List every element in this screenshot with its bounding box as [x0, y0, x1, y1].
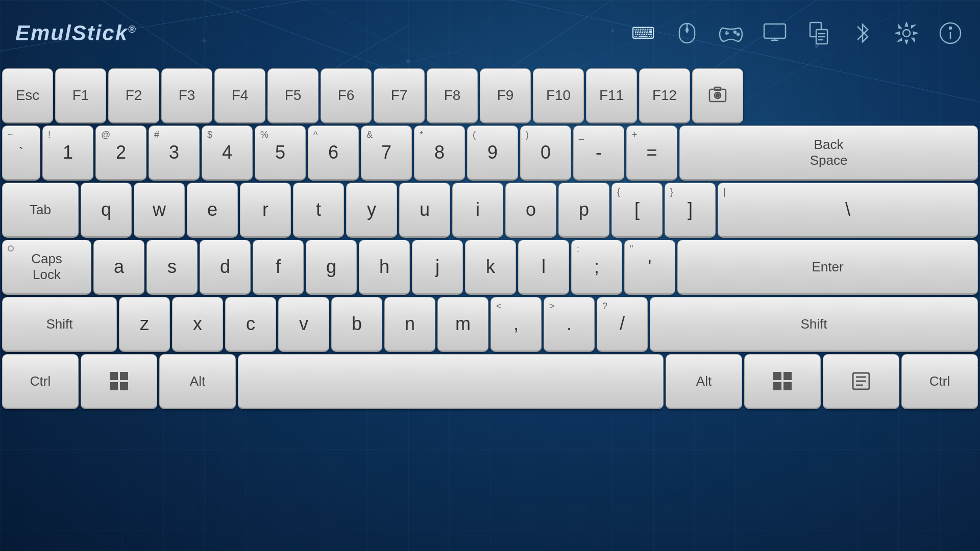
gamepad-nav-icon[interactable] — [717, 19, 745, 47]
key-lbracket[interactable]: { [ — [611, 183, 663, 238]
key-esc[interactable]: Esc — [2, 68, 53, 123]
key-l[interactable]: l — [518, 240, 569, 295]
key-j[interactable]: j — [412, 240, 463, 295]
key-f8[interactable]: F8 — [427, 68, 478, 123]
key-v[interactable]: v — [278, 297, 329, 352]
key-period[interactable]: > . — [544, 297, 595, 352]
keyboard-nav-icon[interactable]: ⌨ — [629, 19, 657, 47]
key-u[interactable]: u — [399, 183, 450, 238]
key-g[interactable]: g — [306, 240, 357, 295]
key-f12[interactable]: F12 — [639, 68, 690, 123]
svg-point-24 — [737, 33, 739, 35]
zxcv-row: Shift z x c v b n m < , > . ? / Shift — [2, 297, 978, 352]
key-quote[interactable]: " ' — [624, 240, 675, 295]
svg-point-36 — [949, 27, 951, 29]
key-h[interactable]: h — [359, 240, 410, 295]
key-win-right[interactable] — [744, 354, 821, 409]
key-m[interactable]: m — [437, 297, 488, 352]
nav-bar: ⌨ — [629, 19, 965, 47]
key-2[interactable]: @ 2 — [95, 126, 146, 181]
key-3[interactable]: # 3 — [149, 126, 200, 181]
bluetooth-nav-icon[interactable] — [848, 19, 877, 47]
key-a[interactable]: a — [93, 240, 144, 295]
key-minus[interactable]: _ - — [573, 126, 624, 181]
key-t[interactable]: t — [293, 183, 344, 238]
key-n[interactable]: n — [384, 297, 435, 352]
key-d[interactable]: d — [200, 240, 251, 295]
key-q[interactable]: q — [81, 183, 132, 238]
settings-nav-icon[interactable] — [892, 19, 921, 47]
key-semicolon[interactable]: : ; — [571, 240, 622, 295]
key-capslock[interactable]: CapsLock — [2, 240, 91, 295]
key-prtsc[interactable] — [692, 68, 743, 123]
key-backtick[interactable]: ~ ` — [2, 126, 40, 181]
key-rbracket[interactable]: } ] — [665, 183, 716, 238]
key-b[interactable]: b — [331, 297, 382, 352]
svg-rect-25 — [764, 24, 786, 38]
key-backspace[interactable]: BackSpace — [679, 126, 978, 181]
key-f5[interactable]: F5 — [267, 68, 318, 123]
key-y[interactable]: y — [346, 183, 397, 238]
key-f11[interactable]: F11 — [586, 68, 637, 123]
key-7[interactable]: & 7 — [361, 126, 412, 181]
key-w[interactable]: w — [134, 183, 185, 238]
key-o[interactable]: o — [505, 183, 556, 238]
svg-point-23 — [734, 31, 736, 33]
key-1[interactable]: ! 1 — [42, 126, 93, 181]
key-c[interactable]: c — [225, 297, 276, 352]
key-slash[interactable]: ? / — [597, 297, 648, 352]
key-0[interactable]: ) 0 — [520, 126, 571, 181]
key-6[interactable]: ^ 6 — [308, 126, 359, 181]
key-p[interactable]: p — [558, 183, 609, 238]
key-f4[interactable]: F4 — [214, 68, 265, 123]
key-menu[interactable] — [823, 354, 899, 409]
mouse-nav-icon[interactable] — [673, 19, 701, 47]
svg-rect-48 — [783, 382, 792, 390]
key-shift-left[interactable]: Shift — [2, 297, 117, 352]
svg-point-33 — [903, 30, 910, 37]
key-f2[interactable]: F2 — [108, 68, 159, 123]
key-r[interactable]: r — [240, 183, 291, 238]
key-x[interactable]: x — [172, 297, 223, 352]
key-equals[interactable]: + = — [626, 126, 677, 181]
key-ctrl-right[interactable]: Ctrl — [901, 354, 978, 409]
key-8[interactable]: * 8 — [414, 126, 465, 181]
key-win-left[interactable] — [81, 354, 157, 409]
app-logo: EmulStick® — [15, 21, 137, 45]
key-f10[interactable]: F10 — [533, 68, 584, 123]
key-4[interactable]: $ 4 — [202, 126, 253, 181]
key-f9[interactable]: F9 — [480, 68, 531, 123]
file-nav-icon[interactable] — [804, 19, 833, 47]
key-alt-right[interactable]: Alt — [666, 354, 742, 409]
key-9[interactable]: ( 9 — [467, 126, 518, 181]
key-k[interactable]: k — [465, 240, 516, 295]
info-nav-icon[interactable] — [936, 19, 965, 47]
asdf-row: CapsLock a s d f g h j k l : ; " ' Enter — [2, 240, 978, 295]
number-row: ~ ` ! 1 @ 2 # 3 $ 4 % 5 ^ 6 & 7 — [2, 126, 978, 181]
key-f7[interactable]: F7 — [374, 68, 425, 123]
svg-rect-47 — [773, 382, 781, 390]
svg-point-40 — [716, 94, 719, 97]
key-f1[interactable]: F1 — [55, 68, 106, 123]
key-comma[interactable]: < , — [491, 297, 542, 352]
key-ctrl-left[interactable]: Ctrl — [2, 354, 79, 409]
key-f3[interactable]: F3 — [161, 68, 212, 123]
svg-rect-46 — [783, 372, 792, 380]
key-enter[interactable]: Enter — [677, 240, 978, 295]
monitor-nav-icon[interactable] — [761, 19, 789, 47]
key-i[interactable]: i — [452, 183, 503, 238]
fn-row: Esc F1 F2 F3 F4 F5 F6 F7 F8 F9 F10 F11 F… — [2, 68, 978, 123]
key-5[interactable]: % 5 — [255, 126, 306, 181]
key-s[interactable]: s — [146, 240, 198, 295]
keyboard: Esc F1 F2 F3 F4 F5 F6 F7 F8 F9 F10 F11 F… — [0, 68, 980, 409]
key-tab[interactable]: Tab — [2, 183, 79, 238]
key-e[interactable]: e — [187, 183, 238, 238]
key-backslash[interactable]: | \ — [718, 183, 978, 238]
key-f6[interactable]: F6 — [321, 68, 372, 123]
key-z[interactable]: z — [119, 297, 170, 352]
key-f[interactable]: f — [253, 240, 304, 295]
key-alt-left[interactable]: Alt — [159, 354, 236, 409]
key-shift-right[interactable]: Shift — [650, 297, 978, 352]
key-space[interactable] — [238, 354, 664, 409]
app-trademark: ® — [128, 23, 137, 35]
